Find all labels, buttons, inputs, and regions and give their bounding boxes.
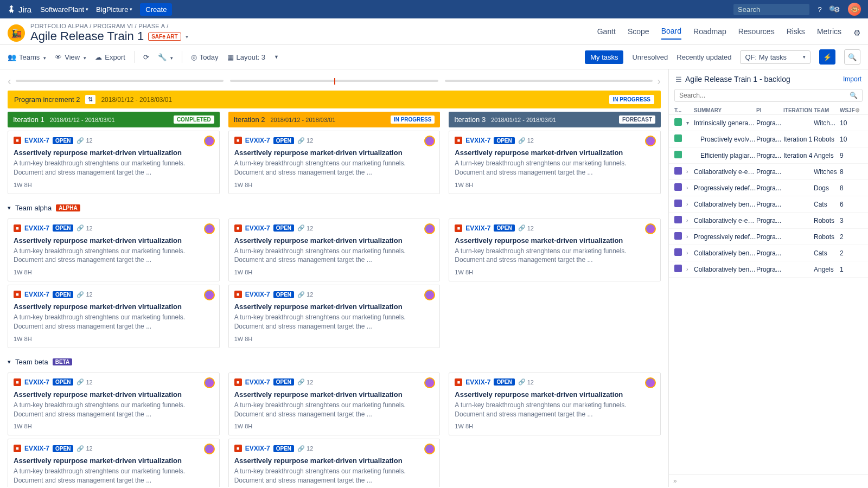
link-count[interactable]: 🔗12	[297, 445, 313, 452]
expand-icon[interactable]: ›	[686, 266, 694, 272]
link-count[interactable]: 🔗12	[76, 224, 92, 232]
issue-card[interactable]: ■ EVXIX-7 OPEN 🔗12 Assertively repurpose…	[449, 131, 661, 194]
link-count[interactable]: 🔗12	[76, 378, 92, 386]
nav-softwareplant[interactable]: SoftwarePlant	[40, 5, 88, 14]
tab-risks[interactable]: Risks	[787, 27, 805, 39]
search-button[interactable]: 🔍	[844, 49, 860, 65]
pi-expand-icon[interactable]: ⇅	[85, 95, 95, 104]
user-avatar[interactable]: 🐵	[847, 2, 861, 16]
assignee-avatar[interactable]	[204, 444, 215, 454]
backlog-row[interactable]: › Collaboratively benc... Progra... Cats…	[669, 245, 868, 261]
timeline-prev[interactable]: ‹	[8, 75, 11, 87]
refresh-button[interactable]: ⟳	[143, 53, 149, 61]
backlog-row[interactable]: Proactively evolve... Progra... Iteratio…	[669, 131, 868, 147]
link-count[interactable]: 🔗12	[518, 378, 534, 386]
timeline-next[interactable]: ›	[657, 75, 661, 87]
tab-board[interactable]: Board	[661, 27, 681, 40]
link-count[interactable]: 🔗12	[297, 291, 313, 298]
issue-key[interactable]: EVXIX-7	[24, 445, 49, 452]
link-count[interactable]: 🔗12	[76, 445, 92, 452]
backlog-search-input[interactable]	[679, 92, 850, 99]
issue-card[interactable]: ■ EVXIX-7 OPEN 🔗12 Assertively repurpose…	[8, 373, 220, 436]
team-beta-header[interactable]: ▾ Team beta BETA	[8, 358, 661, 366]
expand-icon[interactable]: ›	[686, 234, 694, 240]
assignee-avatar[interactable]	[424, 136, 435, 146]
backlog-row[interactable]: › Collaboratively e-en... Progra... Robo…	[669, 213, 868, 229]
issue-card[interactable]: ■ EVXIX-7 OPEN 🔗12 Assertively repurpose…	[228, 285, 441, 348]
assignee-avatar[interactable]	[204, 223, 215, 234]
expand-icon[interactable]: ›	[686, 201, 694, 207]
tab-metrics[interactable]: Metrics	[817, 27, 841, 39]
unresolved-filter[interactable]: Unresolved	[632, 53, 668, 61]
import-link[interactable]: Import	[843, 75, 861, 83]
quick-filter-select[interactable]: QF: My tasks▾	[740, 50, 810, 64]
expand-icon[interactable]: ›	[686, 185, 694, 191]
breadcrumb[interactable]: PORTFOLIO ALPHA / PROGRAM VI / PHASE A /	[30, 23, 188, 29]
recently-updated-filter[interactable]: Recently updated	[676, 53, 731, 61]
assignee-avatar[interactable]	[204, 377, 215, 388]
issue-key[interactable]: EVXIX-7	[245, 378, 270, 386]
help-icon[interactable]: ?	[813, 2, 827, 16]
teams-dropdown[interactable]: 👥Teams	[8, 53, 46, 61]
link-count[interactable]: 🔗12	[76, 137, 92, 144]
expand-icon[interactable]: ›	[686, 250, 694, 256]
assignee-avatar[interactable]	[424, 223, 435, 234]
tab-resources[interactable]: Resources	[738, 27, 775, 39]
assignee-avatar[interactable]	[645, 136, 656, 146]
today-button[interactable]: ◎Today	[191, 53, 219, 61]
issue-key[interactable]: EVXIX-7	[245, 291, 270, 298]
assignee-avatar[interactable]	[645, 377, 656, 388]
link-count[interactable]: 🔗12	[518, 224, 534, 232]
issue-key[interactable]: EVXIX-7	[245, 445, 270, 452]
issue-key[interactable]: EVXIX-7	[245, 224, 270, 232]
project-icon[interactable]: 🚂	[8, 24, 25, 42]
jira-logo[interactable]: Jira	[7, 4, 31, 14]
issue-card[interactable]: ■ EVXIX-7 OPEN 🔗12 Assertively repurpose…	[228, 439, 441, 487]
assignee-avatar[interactable]	[204, 136, 215, 146]
backlog-row[interactable]: › Progressively redefi... Progra... Robo…	[669, 229, 868, 245]
issue-key[interactable]: EVXIX-7	[465, 224, 490, 232]
issue-card[interactable]: ■ EVXIX-7 OPEN 🔗12 Assertively repurpose…	[8, 285, 220, 348]
backlog-row[interactable]: › Collaboratively benc... Progra... Ange…	[669, 261, 868, 278]
issue-card[interactable]: ■ EVXIX-7 OPEN 🔗12 Assertively repurpose…	[228, 373, 441, 436]
backlog-row[interactable]: › Collaboratively benc... Progra... Cats…	[669, 196, 868, 213]
issue-card[interactable]: ■ EVXIX-7 OPEN 🔗12 Assertively repurpose…	[8, 439, 220, 487]
bolt-button[interactable]: ⚡	[819, 49, 835, 65]
assignee-avatar[interactable]	[424, 377, 435, 388]
wrench-dropdown[interactable]: 🔧	[158, 53, 173, 61]
issue-key[interactable]: EVXIX-7	[24, 291, 49, 298]
backlog-row[interactable]: › Progressively redefi... Progra... Dogs…	[669, 180, 868, 196]
issue-key[interactable]: EVXIX-7	[24, 378, 49, 386]
link-count[interactable]: 🔗12	[518, 137, 534, 144]
assignee-avatar[interactable]	[645, 223, 656, 234]
expand-icon[interactable]: ▾	[686, 120, 694, 126]
create-button[interactable]: Create	[140, 3, 172, 16]
settings-icon[interactable]: ⚙	[830, 2, 844, 16]
nav-bigpicture[interactable]: BigPicture	[96, 5, 132, 14]
timeline-bars[interactable]	[16, 80, 653, 83]
issue-card[interactable]: ■ EVXIX-7 OPEN 🔗12 Assertively repurpose…	[8, 131, 220, 194]
issue-card[interactable]: ■ EVXIX-7 OPEN 🔗12 Assertively repurpose…	[8, 219, 220, 282]
issue-card[interactable]: ■ EVXIX-7 OPEN 🔗12 Assertively repurpose…	[228, 219, 441, 282]
backlog-search[interactable]: 🔍	[674, 89, 863, 102]
backlog-row[interactable]: › Collaboratively e-en... Progra... Witc…	[669, 164, 868, 180]
issue-key[interactable]: EVXIX-7	[465, 137, 490, 144]
link-count[interactable]: 🔗12	[76, 291, 92, 298]
link-count[interactable]: 🔗12	[297, 378, 313, 386]
link-count[interactable]: 🔗12	[297, 224, 313, 232]
layout-dropdown[interactable]: ▦Layout: 3	[227, 53, 266, 61]
filter-dropdown[interactable]: ▼	[274, 54, 279, 60]
issue-key[interactable]: EVXIX-7	[24, 137, 49, 144]
tab-gantt[interactable]: Gantt	[597, 27, 616, 39]
assignee-avatar[interactable]	[424, 290, 435, 300]
issue-card[interactable]: ■ EVXIX-7 OPEN 🔗12 Assertively repurpose…	[449, 219, 661, 282]
view-dropdown[interactable]: 👁View	[55, 53, 86, 61]
team-alpha-header[interactable]: ▾ Team alpha ALPHA	[8, 204, 661, 212]
backlog-row[interactable]: Efficiently plagiariz... Progra... Itera…	[669, 147, 868, 164]
title-dropdown[interactable]: ▾	[186, 34, 188, 40]
issue-key[interactable]: EVXIX-7	[245, 137, 270, 144]
issue-key[interactable]: EVXIX-7	[465, 378, 490, 386]
collapse-panel-icon[interactable]: »	[673, 477, 677, 485]
board-settings-icon[interactable]: ⚙	[853, 28, 860, 38]
my-tasks-button[interactable]: My tasks	[585, 50, 623, 64]
